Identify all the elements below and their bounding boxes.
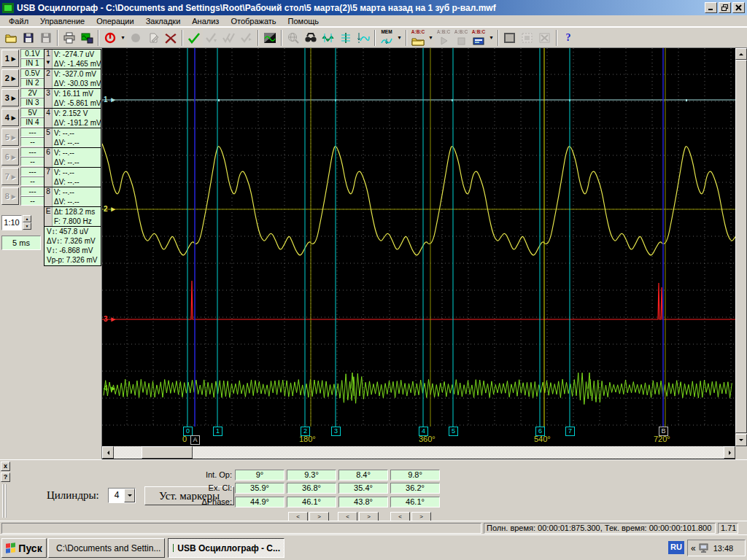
search-button[interactable] [302, 29, 320, 47]
time-marker-3[interactable]: 3 [331, 427, 341, 436]
apply-marker-double-button[interactable] [220, 29, 238, 47]
channel-1-button[interactable]: 1 ▸ [1, 50, 19, 67]
invert-screen-button[interactable] [261, 29, 279, 47]
abc-open-dropdown[interactable]: ▾ [427, 29, 435, 47]
save-screen-image-button[interactable] [78, 29, 96, 47]
minimize-button[interactable] [705, 2, 717, 13]
toolbar-separator [98, 30, 99, 46]
time-marker-1[interactable]: 1 [213, 427, 222, 436]
stop-device-button[interactable] [101, 29, 119, 47]
select-clear-button[interactable] [536, 29, 554, 47]
abc-play-button[interactable]: A:B:C [435, 29, 452, 47]
abc-panel-button[interactable]: A:B:C [470, 29, 487, 47]
scroll-up-button[interactable] [735, 48, 747, 60]
scroll-right-button[interactable] [724, 446, 735, 459]
restore-button[interactable] [719, 2, 731, 13]
vertical-scroll-thumb[interactable] [735, 60, 747, 433]
taskbar-task-0[interactable]: C:\Documents and Settin... [48, 538, 165, 558]
open-file-button[interactable] [2, 29, 20, 47]
channel-1-trace-marker[interactable]: 1 ► [104, 96, 117, 104]
select-solid-button[interactable] [501, 29, 519, 47]
network-icon[interactable] [699, 543, 711, 553]
close-button[interactable] [732, 2, 745, 13]
abc-panel-dropdown[interactable]: ▾ [487, 29, 495, 47]
channel-2-trace-marker[interactable]: 2 ► [104, 205, 117, 213]
panel-close-button[interactable]: x [1, 462, 10, 471]
apply-marker-button[interactable] [185, 29, 203, 47]
channel-6-button[interactable]: 6 ▸ [1, 148, 19, 166]
channel-3-button[interactable]: 3 ▸ [1, 89, 19, 106]
horizontal-scroll-thumb[interactable] [142, 446, 193, 459]
channel-number: 6 [44, 148, 53, 167]
phase-cell-r2c2: 36.8° [287, 483, 336, 494]
scroll-left-button[interactable] [102, 446, 114, 459]
channel-2-button[interactable]: 2 ▸ [1, 69, 19, 87]
menu-item-1[interactable]: Управление [34, 16, 90, 26]
start-button[interactable]: Пуск [1, 538, 47, 558]
stop-device-dropdown[interactable]: ▾ [119, 29, 127, 47]
menu-item-3[interactable]: Закладки [140, 16, 187, 26]
panel-help-button[interactable]: ? [1, 472, 10, 482]
attenuation-ratio-field[interactable]: 1:10 [1, 215, 22, 230]
channel-5-button[interactable]: 5 ▸ [1, 128, 19, 146]
memory-dropdown[interactable]: ▾ [395, 29, 403, 47]
horizontal-scrollbar[interactable] [102, 446, 735, 459]
apply-marker-down-button[interactable] [203, 29, 220, 47]
channel-4-button[interactable]: 4 ▸ [1, 109, 19, 126]
menu-item-5[interactable]: Отображать [225, 16, 282, 26]
spin-up-button[interactable]: ▲ [23, 215, 31, 222]
cursor-measurement-line: Vp-p: 7.326 mV [44, 255, 101, 265]
menu-item-4[interactable]: Анализ [186, 16, 225, 26]
cursor-wave-button[interactable] [355, 29, 372, 47]
oscilloscope-icon [172, 543, 174, 553]
record-button[interactable] [127, 29, 144, 47]
spin-down-button[interactable]: ▼ [23, 222, 31, 230]
channel-3-trace-marker[interactable]: 3 ► [104, 315, 117, 323]
cursor-measure-button[interactable] [320, 29, 337, 47]
abc-stop-button[interactable]: A:B:C [452, 29, 470, 47]
apply-marker-next-button[interactable] [238, 29, 255, 47]
channel-4-measurement-row: 4V: 2.152 VΔV: -191.2 mV [44, 109, 101, 128]
tray-chevron[interactable]: « [691, 543, 696, 553]
channel-number: 4 [44, 109, 53, 128]
language-indicator[interactable]: RU [668, 541, 684, 554]
channel-8-name-field: -- [20, 196, 44, 206]
status-time-field: Полн. время: 00:00:01:875.300, Тек. врем… [484, 523, 716, 534]
time-marker-7[interactable]: 7 [565, 427, 575, 436]
save-fragment-button[interactable] [37, 29, 55, 47]
marker-a[interactable]: A [190, 435, 200, 445]
print-button[interactable] [61, 29, 78, 47]
phase-cell-r3c1: 44.9° [235, 497, 285, 508]
menu-item-2[interactable]: Операции [90, 16, 139, 26]
phase-cell-r1c4: 9.8° [390, 470, 440, 481]
abc-stop-icon [454, 34, 468, 46]
cursor-measurements-box: V↕: 457.8 uVΔV↕: 7.326 mVV↕: -6.868 mVVp… [44, 227, 101, 265]
phase-cell-r3c4: 46.1° [390, 497, 440, 508]
zoom-lens-button[interactable] [285, 29, 302, 47]
time-marker-5[interactable]: 5 [449, 427, 458, 436]
cylinders-select[interactable]: 4 [108, 488, 136, 503]
cursor-levels-button[interactable] [337, 29, 355, 47]
chevron-down-icon[interactable] [124, 489, 135, 502]
select-stipple-button[interactable] [519, 29, 536, 47]
erase-record-button[interactable] [162, 29, 179, 47]
abc-open-button[interactable]: A:B:C [409, 29, 427, 47]
channel-8-button[interactable]: 8 ▸ [1, 187, 19, 205]
vertical-scrollbar[interactable] [735, 48, 747, 446]
channel-4-trace-marker[interactable]: 4 ► [104, 384, 117, 392]
menu-item-6[interactable]: Помощь [282, 16, 325, 26]
menu-item-0[interactable]: Файл [3, 16, 34, 26]
memory-button[interactable]: MEM [378, 29, 395, 47]
channel-7-button[interactable]: 7 ▸ [1, 168, 19, 185]
save-file-button[interactable] [20, 29, 37, 47]
toolbar-separator [374, 30, 376, 46]
channel-voltage-value: V: --.--ΔV: --.-- [54, 187, 100, 206]
taskbar-task-1[interactable]: USB Осциллограф - C... [168, 538, 285, 558]
write-fragment-button[interactable] [144, 29, 162, 47]
scroll-down-button[interactable] [735, 434, 747, 446]
plot-area[interactable]: 1 ►2 ►3 ►4 ►01234567B0A180°360°540°720° [102, 48, 747, 459]
help-button[interactable]: ? [560, 29, 577, 47]
channel-3-name-field: IN 3 [20, 98, 44, 107]
analysis-panel: x ? Цилиндры: 4 Уст. маркеры Int. Op:9°9… [0, 459, 747, 521]
panel-grip[interactable] [2, 484, 7, 518]
